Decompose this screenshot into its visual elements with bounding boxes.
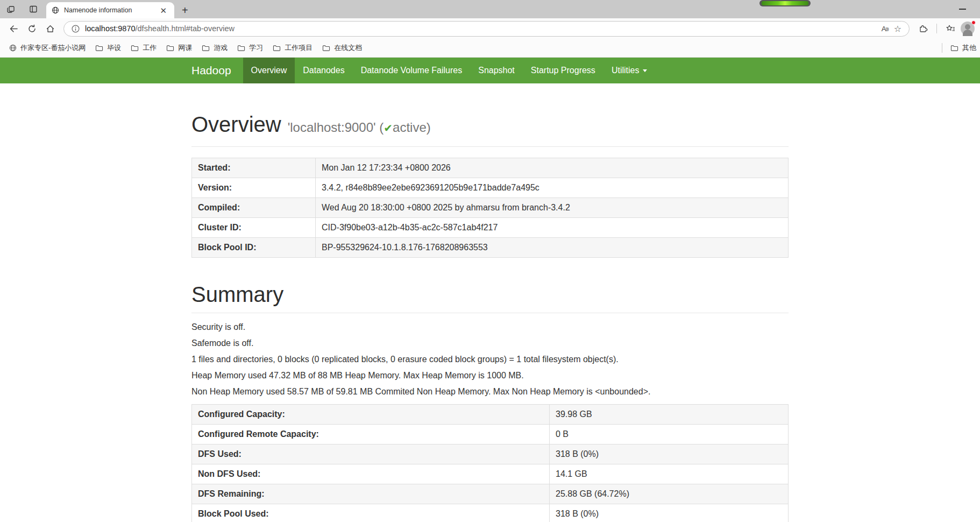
row-label: Cluster ID: bbox=[192, 218, 316, 238]
table-row: Block Pool Used:318 B (0%) bbox=[192, 504, 789, 522]
row-value: 39.98 GB bbox=[550, 405, 789, 425]
bookmark-item[interactable]: 作家专区-番茄小说网 bbox=[4, 41, 90, 55]
table-row: Block Pool ID:BP-955329624-10.1.8.176-17… bbox=[192, 238, 789, 258]
browser-window: Namenode information ✕ + localhost:9870/… bbox=[0, 0, 980, 522]
row-value: 318 B (0%) bbox=[550, 445, 789, 464]
row-label: Configured Capacity: bbox=[192, 405, 550, 425]
row-label: Configured Remote Capacity: bbox=[192, 425, 550, 445]
bookmark-folder[interactable]: 工作 bbox=[126, 41, 161, 55]
nav-dropdown-utilities[interactable]: Utilities bbox=[603, 58, 656, 83]
tab-title: Namenode information bbox=[64, 6, 153, 14]
folder-icon bbox=[131, 45, 139, 52]
avatar-head bbox=[965, 24, 970, 30]
home-icon[interactable] bbox=[42, 20, 58, 37]
workspaces-icon[interactable] bbox=[5, 4, 16, 15]
row-value: 3.4.2, r84e8b89ee2ebe6923691205b9e171bad… bbox=[316, 178, 789, 198]
browser-tab[interactable]: Namenode information ✕ bbox=[46, 2, 174, 18]
row-label: Compiled: bbox=[192, 198, 316, 218]
tab-strip-icons bbox=[0, 0, 42, 18]
divider bbox=[191, 146, 789, 147]
bookmark-folder[interactable]: 网课 bbox=[161, 41, 197, 55]
globe-icon bbox=[9, 44, 17, 52]
non-heap-memory: Non Heap Memory used 58.57 MB of 59.81 M… bbox=[191, 386, 789, 397]
namenode-info-table: Started:Mon Jan 12 17:23:34 +0800 2026 V… bbox=[191, 158, 789, 258]
namenode-address: 'localhost:9000' bbox=[288, 120, 376, 135]
nav-tab-overview[interactable]: Overview bbox=[243, 58, 295, 83]
minimize-button[interactable] bbox=[959, 9, 966, 10]
bookmark-folder[interactable]: 毕设 bbox=[90, 41, 126, 55]
profile-avatar[interactable] bbox=[961, 22, 975, 36]
row-label: Block Pool ID: bbox=[192, 238, 316, 258]
row-label: Non DFS Used: bbox=[192, 464, 550, 484]
row-value: CID-3f90be03-a12b-4b35-ac2c-587c1ab4f217 bbox=[316, 218, 789, 238]
bookmark-label: 游戏 bbox=[214, 43, 228, 53]
battery-fill bbox=[762, 1, 808, 5]
extensions-icon[interactable] bbox=[915, 20, 931, 37]
bookmark-label: 在线文档 bbox=[334, 43, 362, 53]
folder-icon bbox=[322, 45, 330, 52]
security-status: Security is off. bbox=[191, 322, 789, 332]
row-value: 25.88 GB (64.72%) bbox=[550, 484, 789, 504]
bookmark-folder[interactable]: 学习 bbox=[232, 41, 268, 55]
url-text[interactable]: localhost:9870/dfshealth.html#tab-overvi… bbox=[85, 24, 876, 33]
bookmark-label: 网课 bbox=[178, 43, 192, 53]
favorite-star-icon[interactable]: ☆ bbox=[894, 24, 901, 34]
table-row: Version:3.4.2, r84e8b89ee2ebe6923691205b… bbox=[192, 178, 789, 198]
nav-tab-datanode-volume-failures[interactable]: Datanode Volume Failures bbox=[353, 58, 471, 83]
row-value: BP-955329624-10.1.8.176-1768208963553 bbox=[316, 238, 789, 258]
divider bbox=[191, 313, 789, 313]
row-value: Wed Aug 20 18:30:00 +0800 2025 by ahmars… bbox=[316, 198, 789, 218]
bookmark-label: 工作项目 bbox=[285, 43, 313, 53]
capacity-table: Configured Capacity:39.98 GB Configured … bbox=[191, 404, 789, 522]
url-host: localhost:9870 bbox=[85, 24, 136, 33]
new-tab-button[interactable]: + bbox=[182, 4, 188, 16]
site-info-icon[interactable] bbox=[72, 25, 80, 33]
hadoop-page: Hadoop Overview Datanodes Datanode Volum… bbox=[0, 58, 980, 522]
bookmark-label: 毕设 bbox=[107, 43, 121, 53]
row-value: Mon Jan 12 17:23:34 +0800 2026 bbox=[316, 158, 789, 178]
bookmarks-overflow: 其他 bbox=[939, 41, 980, 55]
hadoop-navbar: Hadoop Overview Datanodes Datanode Volum… bbox=[0, 58, 980, 83]
table-row: DFS Used:318 B (0%) bbox=[192, 445, 789, 464]
browser-toolbar: localhost:9870/dfshealth.html#tab-overvi… bbox=[0, 18, 980, 39]
bookmark-folder[interactable]: 游戏 bbox=[197, 41, 232, 55]
summary-heading: Summary bbox=[191, 283, 789, 306]
read-aloud-icon[interactable]: A))) bbox=[882, 25, 889, 33]
bookmark-folder[interactable]: 工作项目 bbox=[268, 41, 317, 55]
overview-title: Overview bbox=[191, 112, 281, 136]
row-label: Started: bbox=[192, 158, 316, 178]
favorites-bar-icon[interactable] bbox=[942, 20, 958, 37]
row-label: DFS Used: bbox=[192, 445, 550, 464]
hadoop-brand[interactable]: Hadoop bbox=[191, 64, 231, 77]
other-favorites-label: 其他 bbox=[962, 43, 976, 53]
tab-close-icon[interactable]: ✕ bbox=[158, 6, 169, 15]
active-check-icon: ✔ bbox=[384, 122, 393, 134]
summary-lines: Security is off. Safemode is off. 1 file… bbox=[191, 322, 789, 397]
folder-icon bbox=[237, 45, 245, 52]
heap-memory: Heap Memory used 47.32 MB of 88 MB Heap … bbox=[191, 370, 789, 380]
folder-icon bbox=[95, 45, 103, 52]
chevron-down-icon bbox=[643, 69, 647, 72]
folder-icon bbox=[202, 45, 210, 52]
nav-tab-startup-progress[interactable]: Startup Progress bbox=[523, 58, 603, 83]
bookmark-folder[interactable]: 在线文档 bbox=[317, 41, 367, 55]
utilities-label: Utilities bbox=[612, 66, 640, 75]
folder-icon bbox=[273, 45, 281, 52]
address-bar[interactable]: localhost:9870/dfshealth.html#tab-overvi… bbox=[63, 21, 910, 37]
folder-icon bbox=[950, 45, 958, 52]
overview-subtitle: 'localhost:9000' (✔active) bbox=[288, 120, 431, 135]
back-icon[interactable] bbox=[5, 20, 22, 37]
table-row: Cluster ID:CID-3f90be03-a12b-4b35-ac2c-5… bbox=[192, 218, 789, 238]
battery-overlay bbox=[759, 0, 811, 6]
table-row: Configured Remote Capacity:0 B bbox=[192, 425, 789, 445]
filesystem-objects: 1 files and directories, 0 blocks (0 rep… bbox=[191, 354, 789, 364]
url-path: /dfshealth.html#tab-overview bbox=[136, 24, 235, 33]
table-row: Compiled:Wed Aug 20 18:30:00 +0800 2025 … bbox=[192, 198, 789, 218]
nav-tab-datanodes[interactable]: Datanodes bbox=[295, 58, 352, 83]
row-value: 14.1 GB bbox=[550, 464, 789, 484]
tab-strip: Namenode information ✕ + bbox=[0, 0, 980, 18]
tab-actions-icon[interactable] bbox=[28, 4, 39, 15]
other-favorites-folder[interactable]: 其他 bbox=[946, 41, 980, 55]
refresh-icon[interactable] bbox=[24, 20, 40, 37]
nav-tab-snapshot[interactable]: Snapshot bbox=[470, 58, 523, 83]
